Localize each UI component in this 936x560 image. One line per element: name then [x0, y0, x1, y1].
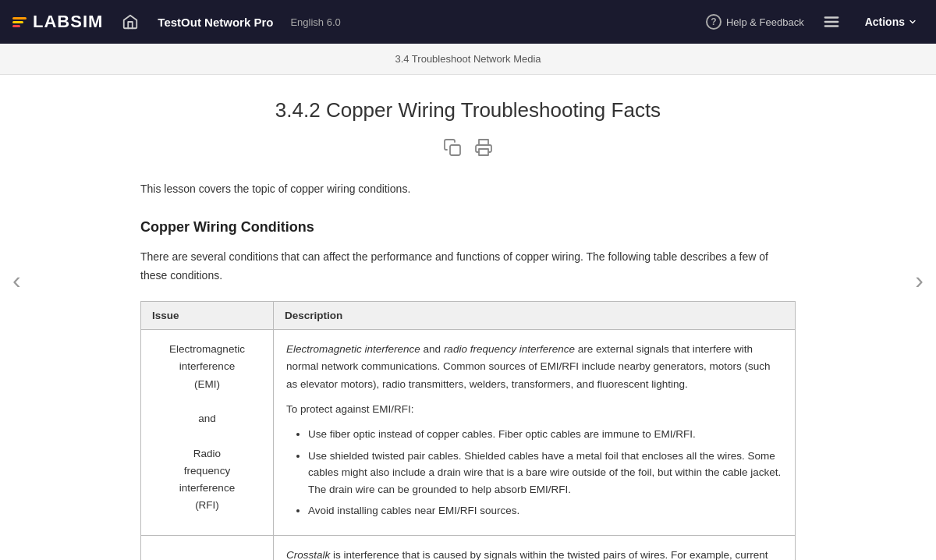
- actions-button[interactable]: Actions: [859, 12, 924, 31]
- logo-stripes: [12, 17, 27, 27]
- stripe-1: [12, 17, 27, 19]
- breadcrumb: 3.4 Troubleshoot Network Media: [0, 44, 936, 75]
- issue-cell-emi: Electromagneticinterference(EMI)andRadio…: [141, 329, 274, 535]
- logo: LABSIM: [12, 12, 103, 32]
- table-row: Crosstalk is interference that is caused…: [141, 536, 796, 560]
- table-row: Electromagneticinterference(EMI)andRadio…: [141, 329, 796, 535]
- list-button[interactable]: [817, 10, 846, 34]
- stripe-3: [12, 25, 20, 27]
- print-button[interactable]: [474, 138, 493, 161]
- chevron-down-icon: [908, 17, 917, 27]
- list-icon: [823, 13, 840, 30]
- svg-rect-3: [450, 145, 460, 155]
- svg-rect-4: [479, 149, 488, 155]
- next-arrow-icon: ›: [915, 266, 924, 294]
- col-header-issue: Issue: [141, 301, 274, 329]
- actions-label: Actions: [865, 16, 905, 28]
- copy-icon: [443, 138, 462, 157]
- home-button[interactable]: [115, 10, 145, 34]
- print-icon: [474, 138, 493, 157]
- issue-cell-crosstalk: [141, 536, 274, 560]
- app-title: TestOut Network Pro: [158, 16, 273, 29]
- desc-cell-crosstalk: Crosstalk is interference that is caused…: [274, 536, 796, 560]
- stripe-2: [12, 21, 23, 23]
- prev-button[interactable]: ‹: [6, 253, 27, 307]
- app-subtitle: English 6.0: [290, 16, 340, 28]
- main-content: 3.4.2 Copper Wiring Troubleshooting Fact…: [94, 75, 842, 560]
- logo-text: LABSIM: [33, 12, 103, 32]
- breadcrumb-text: 3.4 Troubleshoot Network Media: [395, 53, 541, 65]
- next-button[interactable]: ›: [909, 253, 930, 307]
- page-title: 3.4.2 Copper Wiring Troubleshooting Fact…: [140, 98, 796, 122]
- help-icon: ?: [706, 14, 722, 30]
- conditions-table: Issue Description Electromagneticinterfe…: [140, 301, 796, 560]
- help-feedback-button[interactable]: ? Help & Feedback: [706, 14, 804, 30]
- body-text: There are several conditions that can af…: [140, 248, 796, 285]
- intro-text: This lesson covers the topic of copper w…: [140, 180, 796, 197]
- app-header: LABSIM TestOut Network Pro English 6.0 ?…: [0, 0, 936, 44]
- col-header-description: Description: [274, 301, 796, 329]
- prev-arrow-icon: ‹: [12, 266, 21, 294]
- desc-cell-emi: Electromagnetic interference and radio f…: [274, 329, 796, 535]
- help-label: Help & Feedback: [726, 16, 804, 28]
- copy-button[interactable]: [443, 138, 462, 161]
- section-heading: Copper Wiring Conditions: [140, 219, 796, 236]
- home-icon: [122, 13, 139, 30]
- toolbar-icons: [140, 138, 796, 161]
